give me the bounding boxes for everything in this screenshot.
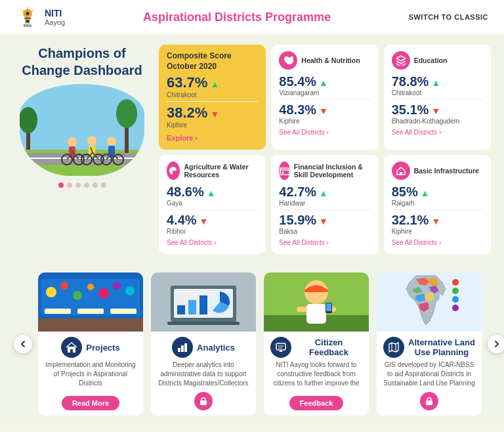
champions-title: Champions of Change Dashboard — [13, 45, 151, 79]
svg-rect-39 — [400, 172, 402, 175]
education-see-all[interactable]: See All Districts › — [392, 129, 442, 136]
bottom-section: Projects Implementation and Monitoring o… — [0, 262, 504, 423]
logo-area: INDIA NITI Aayog — [16, 5, 65, 29]
infrastructure-stat2-row: 32.1% ▼ — [392, 213, 483, 228]
composite-stat1-row: 63.7% ▲ — [167, 74, 258, 91]
projects-desc: Implementation and Monitoring of Project… — [45, 360, 136, 392]
landuse-circle-icon — [383, 337, 404, 358]
agriculture-category: Agriculture & Water Resources — [184, 163, 258, 179]
analytics-desc: Deeper analytics into administrative dat… — [158, 360, 249, 388]
analytics-lock-icon — [194, 392, 213, 410]
dot-5[interactable] — [93, 183, 98, 188]
explore-link[interactable]: Explore › — [167, 134, 198, 142]
svg-point-43 — [60, 282, 68, 290]
champions-illustration — [20, 84, 144, 176]
financial-divider — [279, 209, 370, 210]
infrastructure-stat1-arrow: ▲ — [421, 188, 430, 198]
education-stat1-arrow: ▲ — [431, 77, 440, 88]
infrastructure-stat1-label: Raigarh — [392, 200, 483, 207]
svg-rect-66 — [200, 400, 207, 405]
svg-rect-7 — [26, 20, 29, 23]
svg-point-14 — [20, 107, 37, 133]
health-see-all[interactable]: See All Districts › — [279, 129, 329, 136]
dot-6[interactable] — [101, 183, 106, 188]
lock-icon-2 — [425, 397, 434, 406]
infrastructure-divider — [392, 209, 483, 210]
composite-stat1-label: Chitrakoot — [167, 91, 258, 98]
financial-stat2-value: 15.9% — [279, 213, 316, 228]
education-divider — [392, 99, 483, 100]
card-financial: Financial Inclusion & Skill Development … — [271, 155, 378, 254]
switch-classic-button[interactable]: SWITCH TO CLASSIC — [409, 13, 488, 21]
health-stat1-label: Vizianagaram — [279, 89, 370, 97]
education-category: Education — [414, 56, 448, 64]
svg-point-42 — [46, 287, 56, 297]
svg-rect-70 — [304, 290, 328, 292]
projects-image — [38, 272, 143, 332]
svg-rect-72 — [297, 307, 307, 312]
svg-rect-51 — [110, 309, 136, 314]
citizen-desc: NITI Aayog looks forward to constructive… — [270, 360, 362, 392]
citizen-card-body: Citizen Feedback NITI Aayog looks forwar… — [264, 332, 369, 416]
analytics-icon-row: Analytics — [172, 337, 235, 358]
composite-stat2-value: 38.2% — [167, 104, 207, 121]
health-icon — [279, 51, 297, 70]
landuse-desc: GIS developed by ICAR-NBSS to aid Aspira… — [383, 360, 475, 388]
dot-1[interactable] — [58, 183, 64, 188]
financial-stat1-value: 42.7% — [279, 184, 316, 200]
svg-rect-71 — [306, 304, 326, 324]
health-stat2-label: Kiphire — [279, 118, 370, 125]
education-stat2-label: Bhadradri-Kothagudem — [392, 118, 483, 125]
svg-rect-75 — [326, 303, 331, 311]
projects-title: Projects — [86, 343, 119, 353]
education-stat1-label: Chitrakoot — [392, 89, 483, 97]
agriculture-stat2-label: Ribhoi — [167, 228, 258, 235]
svg-point-48 — [125, 286, 135, 295]
financial-stat2-row: 15.9% ▼ — [279, 213, 370, 228]
landuse-card-body: Alternative Land Use Planning GIS develo… — [377, 332, 482, 416]
agriculture-stat1-row: 48.6% ▲ — [167, 184, 258, 200]
dot-2[interactable] — [67, 183, 72, 188]
citizen-feedback-button[interactable]: Feedback — [289, 396, 344, 410]
financial-stat2-arrow: ▼ — [319, 216, 328, 227]
health-stat2-row: 48.3% ▼ — [279, 102, 370, 118]
card-composite: Composite ScoreOctober 2020 63.7% ▲ Chit… — [159, 45, 266, 150]
composite-stat1-value: 63.7% — [167, 74, 207, 91]
agriculture-see-all[interactable]: See All Districts › — [167, 239, 217, 246]
logo-text: NITI Aayog — [45, 8, 65, 26]
landuse-image — [377, 272, 482, 332]
project-card-projects: Projects Implementation and Monitoring o… — [38, 272, 143, 416]
project-cards-container: Projects Implementation and Monitoring o… — [38, 272, 482, 416]
svg-rect-52 — [38, 318, 143, 332]
card-health: Health & Nutrition 85.4% ▲ Vizianagaram … — [271, 45, 378, 150]
svg-rect-59 — [188, 300, 196, 314]
projects-circle-icon — [61, 337, 82, 358]
svg-point-82 — [452, 296, 459, 303]
agriculture-icon — [167, 162, 180, 180]
svg-point-81 — [452, 288, 459, 294]
agriculture-stat1-arrow: ▲ — [207, 188, 216, 198]
svg-rect-5 — [24, 18, 32, 19]
education-stat2-arrow: ▼ — [431, 106, 440, 116]
classroom-illustration — [38, 272, 143, 332]
citizen-icon-row: Citizen Feedback — [270, 337, 362, 358]
infrastructure-stat2-arrow: ▼ — [431, 216, 440, 227]
health-category: Health & Nutrition — [301, 56, 360, 64]
projects-carousel: Projects Implementation and Monitoring o… — [13, 272, 491, 416]
map-icon — [388, 341, 400, 353]
card-agriculture: Agriculture & Water Resources 48.6% ▲ Ga… — [159, 155, 266, 254]
analytics-image — [151, 272, 256, 332]
landuse-icon-row: Alternative Land Use Planning — [383, 337, 475, 358]
financial-see-all[interactable]: See All Districts › — [279, 239, 329, 246]
infrastructure-category: Basic Infrastructure — [414, 167, 479, 175]
infrastructure-see-all[interactable]: See All Districts › — [392, 239, 442, 246]
carousel-next-button[interactable] — [487, 334, 504, 354]
dot-4[interactable] — [84, 183, 89, 188]
dot-3[interactable] — [75, 183, 81, 188]
financial-category: Financial Inclusion & Skill Development — [294, 163, 371, 179]
projects-read-more-button[interactable]: Read More — [62, 396, 119, 410]
agriculture-stat2-row: 4.4% ▼ — [167, 213, 258, 228]
svg-point-80 — [452, 279, 459, 286]
carousel-prev-button[interactable] — [13, 334, 33, 354]
svg-rect-76 — [276, 343, 285, 350]
